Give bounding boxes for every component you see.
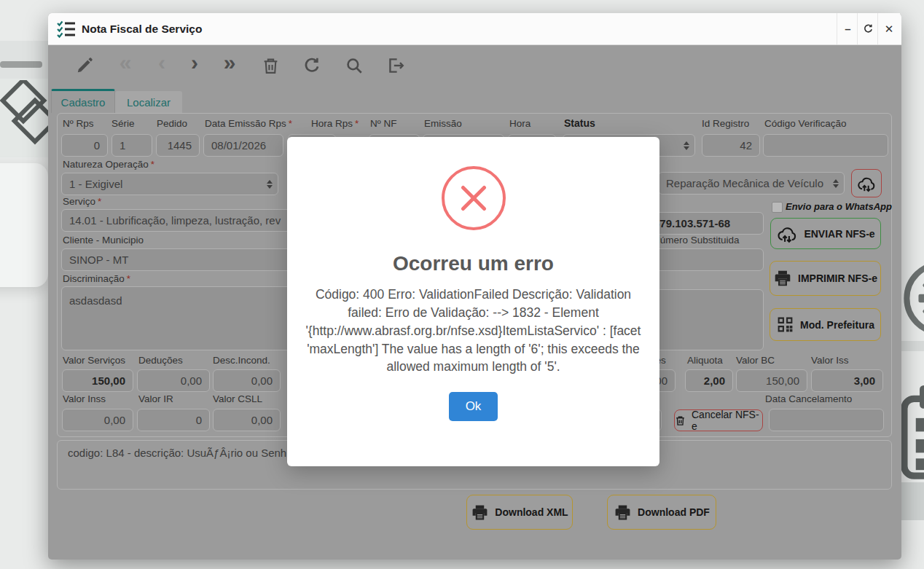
emissao-label: Emissão — [424, 118, 462, 129]
numero-substituida-label: Número Substituida — [653, 235, 740, 246]
chevron-right-icon: › — [191, 52, 198, 79]
delete-button[interactable] — [255, 52, 286, 79]
id-registro-label: Id Registro — [702, 118, 749, 129]
cliente-municipio-label: Cliente - Municipio — [63, 235, 144, 246]
qr-code-icon — [776, 315, 794, 334]
mod-prefeitura-button[interactable]: Mod. Prefeitura — [770, 308, 881, 341]
calendar-icon — [898, 385, 924, 485]
valor-servicos-field[interactable]: 150,00 — [62, 369, 133, 392]
hora-rps-label: Hora Rps* — [311, 118, 359, 129]
printer-icon — [614, 503, 632, 522]
status-label: Status — [564, 117, 595, 129]
minimize-button[interactable]: – — [837, 13, 858, 44]
download-pdf-button[interactable]: Download PDF — [607, 495, 716, 530]
error-circle-x-icon — [442, 166, 506, 230]
last-record-button[interactable]: » — [214, 52, 245, 79]
background-band-left — [0, 41, 48, 79]
aliquota-label: Aliquota — [687, 355, 723, 366]
select-spinner-icon — [833, 179, 839, 188]
printer-icon — [471, 503, 489, 522]
previous-record-button[interactable]: ‹ — [146, 52, 177, 79]
checklist-icon — [57, 20, 76, 42]
valor-bc-label: Valor BC — [736, 355, 775, 366]
valor-inss-field[interactable]: 0,00 — [62, 409, 133, 431]
serie-field[interactable]: 1 — [111, 134, 152, 157]
valor-servicos-label: Valor Serviços — [63, 355, 125, 366]
background-band-right — [901, 341, 924, 351]
background-band-bottom-right — [901, 482, 924, 520]
hora-label: Hora — [509, 118, 530, 129]
required-asterisk: * — [355, 118, 359, 129]
natureza-operacao-label: Natureza Operação* — [63, 159, 154, 170]
cloud-upload-download-icon — [856, 173, 877, 194]
servico-label: Serviço* — [63, 196, 101, 207]
modal-message: Código: 400 Erro: ValidationFailed Descr… — [287, 286, 659, 376]
atividade-select[interactable]: Reparação Mecânica de Veículo — [658, 172, 845, 195]
ok-button[interactable]: Ok — [449, 392, 498, 421]
valor-inss-label: Valor Inss — [63, 393, 106, 404]
exit-button[interactable] — [380, 52, 411, 79]
valor-bc-field[interactable]: 150,00 — [736, 369, 807, 392]
valor-ir-field[interactable]: 0 — [137, 409, 210, 431]
desc-incond-label: Desc.Incond. — [213, 355, 270, 366]
enviar-nfse-button[interactable]: ENVIAR NFS-e — [770, 218, 881, 249]
codigo-verificacao-label: Código Verificação — [764, 118, 847, 129]
data-cancelamento-label: Data Cancelamento — [765, 393, 852, 404]
id-registro-field[interactable]: 42 — [702, 134, 760, 157]
required-asterisk: * — [289, 118, 292, 129]
tab-cadastro[interactable]: Cadastro — [51, 89, 115, 113]
trash-icon — [675, 415, 686, 426]
printer-icon — [773, 269, 792, 288]
nrps-field[interactable]: 0 — [61, 134, 108, 157]
codigo-verificacao-field[interactable] — [763, 134, 888, 157]
valor-iss-label: Valor Iss — [811, 355, 849, 366]
required-asterisk: * — [127, 273, 130, 284]
valor-csll-field[interactable]: 0,00 — [213, 409, 281, 431]
edit-button[interactable] — [69, 52, 100, 79]
pedido-field[interactable]: 1445 — [156, 134, 200, 157]
deducoes-label: Deduções — [138, 355, 183, 366]
double-chevron-left-icon: « — [120, 52, 132, 79]
nrps-label: Nº Rps — [63, 118, 93, 129]
reload-button[interactable] — [857, 13, 879, 44]
select-spinner-icon — [684, 141, 689, 150]
valor-iss-field[interactable]: 3,00 — [811, 369, 883, 392]
background-card-left — [0, 163, 48, 287]
data-emissao-rps-field[interactable]: 08/01/2026 — [203, 134, 283, 157]
error-modal: Ocorreu um erro Código: 400 Erro: Valida… — [287, 137, 659, 466]
tab-localizar[interactable]: Localizar — [115, 91, 182, 113]
download-xml-button[interactable]: Download XML — [466, 495, 573, 530]
search-button[interactable] — [339, 52, 369, 79]
whatsapp-label: Envio para o WhatsApp — [786, 201, 892, 212]
data-emissao-rps-label: Data Emissão Rps* — [205, 118, 292, 129]
valor-ir-label: Valor IR — [138, 393, 173, 404]
window-title: Nota Fiscal de Serviço — [82, 13, 202, 45]
double-chevron-right-icon: » — [224, 52, 236, 79]
select-spinner-icon — [267, 180, 273, 189]
modal-title: Ocorreu um erro — [393, 252, 554, 275]
screen: Nota Fiscal de Serviço – ✕ « ‹ › » Cadas… — [0, 0, 924, 569]
deducoes-field[interactable]: 0,00 — [137, 369, 210, 392]
enviar-nfse-mini-button[interactable] — [851, 169, 882, 197]
chevron-left-icon: ‹ — [158, 52, 165, 79]
first-record-button[interactable]: « — [110, 52, 141, 79]
cloud-upload-download-icon — [776, 223, 798, 245]
required-asterisk: * — [98, 196, 101, 207]
required-asterisk: * — [151, 159, 154, 170]
background-bar-left — [0, 61, 42, 68]
valor-csll-label: Valor CSLL — [213, 393, 262, 404]
next-record-button[interactable]: › — [179, 52, 210, 79]
whatsapp-checkbox[interactable] — [772, 202, 783, 213]
data-cancelamento-field[interactable] — [769, 409, 884, 431]
natureza-operacao-select[interactable]: 1 - Exigivel — [61, 173, 278, 195]
title-bar: Nota Fiscal de Serviço – ✕ — [48, 13, 901, 45]
desc-incond-field[interactable]: 0,00 — [213, 369, 281, 392]
close-button[interactable]: ✕ — [877, 13, 900, 44]
discriminacao-label: Discriminação* — [63, 273, 130, 284]
refresh-button[interactable] — [297, 52, 327, 79]
imprimir-nfse-button[interactable]: IMPRIMIR NFS-e — [770, 261, 881, 296]
serie-label: Série — [111, 118, 135, 129]
cancelar-nfse-button[interactable]: Cancelar NFS-e — [674, 409, 763, 431]
aliquota-field[interactable]: 2,00 — [685, 369, 733, 392]
nnf-label: Nº NF — [370, 118, 396, 129]
